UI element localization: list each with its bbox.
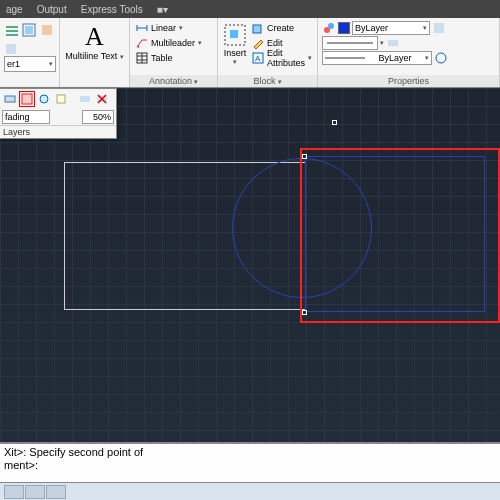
- create-icon: [252, 22, 264, 34]
- layer-states-icon[interactable]: [4, 20, 20, 40]
- svg-rect-30: [57, 95, 65, 103]
- svg-point-21: [328, 23, 334, 29]
- layer-tool5-icon[interactable]: [77, 91, 93, 107]
- command-line[interactable]: Xit>: Specify second point of ment>:: [0, 442, 500, 482]
- svg-rect-2: [6, 34, 18, 36]
- layers-flyout-panel: Layers: [0, 88, 117, 139]
- color-swatch: [338, 22, 350, 34]
- layer-delete-icon[interactable]: [94, 91, 110, 107]
- chevron-down-icon: ▾: [49, 60, 53, 68]
- edit-label: Edit: [267, 38, 283, 48]
- tab-active-icon[interactable]: ■▾: [157, 4, 168, 15]
- svg-rect-31: [80, 96, 90, 102]
- layer-filter-icon[interactable]: [4, 42, 18, 56]
- edit-icon: [252, 37, 264, 49]
- multiline-text-label[interactable]: Multiline Text ▾: [65, 52, 123, 61]
- drawing-canvas[interactable]: [0, 88, 500, 442]
- status-btn-2[interactable]: [25, 485, 45, 499]
- layer-fade-percent[interactable]: [82, 110, 114, 124]
- svg-rect-16: [230, 30, 238, 38]
- svg-rect-24: [388, 40, 398, 46]
- layer-properties-icon[interactable]: [21, 20, 37, 40]
- create-label: Create: [267, 23, 294, 33]
- multileader-label: Multileader: [151, 38, 195, 48]
- edit-attr-label: Edit Attributes: [267, 48, 305, 68]
- layer-misc-icon[interactable]: [39, 20, 55, 40]
- layer-tool3-icon[interactable]: [36, 91, 52, 107]
- table-button[interactable]: Table: [134, 50, 213, 65]
- svg-rect-5: [42, 25, 52, 35]
- svg-rect-1: [6, 30, 18, 32]
- svg-point-29: [40, 95, 48, 103]
- grip-handle[interactable]: [302, 154, 307, 159]
- selection-rectangle[interactable]: [300, 148, 500, 323]
- svg-rect-6: [6, 44, 16, 54]
- layer-combo[interactable]: er1 ▾: [4, 56, 56, 72]
- layer-tool4-icon[interactable]: [53, 91, 69, 107]
- props-aux3-icon[interactable]: [434, 51, 448, 65]
- layer-combo-value: er1: [7, 59, 20, 69]
- annotation-panel: Linear▾ Multileader▾ Table Annotation▾: [130, 18, 218, 87]
- create-button[interactable]: Create: [250, 20, 314, 35]
- linear-label: Linear: [151, 23, 176, 33]
- tab-express-tools[interactable]: Express Tools: [81, 4, 143, 15]
- title-tabs: age Output Express Tools ■▾: [0, 0, 500, 18]
- svg-text:A: A: [255, 54, 261, 63]
- insert-label: Insert: [224, 48, 247, 58]
- grip-handle[interactable]: [302, 310, 307, 315]
- text-A-icon[interactable]: A: [85, 22, 104, 52]
- edit-attributes-button[interactable]: A Edit Attributes▾: [250, 50, 314, 65]
- layer-fade-input[interactable]: [2, 110, 50, 124]
- status-bar: [0, 482, 500, 500]
- svg-rect-22: [434, 23, 444, 33]
- block-panel-title[interactable]: Block▾: [218, 75, 317, 87]
- svg-point-26: [436, 53, 446, 63]
- block-panel: Insert ▾ Create Edit A Edit Attributes▾ …: [218, 18, 318, 87]
- ribbon: er1 ▾ A Multiline Text ▾ Linear▾ Multile…: [0, 18, 500, 88]
- table-label: Table: [151, 53, 173, 63]
- tab-output[interactable]: Output: [37, 4, 67, 15]
- layer-tool1-icon[interactable]: [2, 91, 18, 107]
- svg-rect-17: [253, 25, 261, 33]
- multileader-icon: [136, 37, 148, 49]
- insert-icon: [222, 22, 248, 48]
- status-btn-1[interactable]: [4, 485, 24, 499]
- table-icon: [136, 52, 148, 64]
- properties-panel: ByLayer▾ ▾ ByLayer▾ Properties: [318, 18, 500, 87]
- lineweight-combo[interactable]: [322, 36, 378, 50]
- grip-handle[interactable]: [332, 120, 337, 125]
- status-btn-3[interactable]: [46, 485, 66, 499]
- svg-rect-0: [6, 26, 18, 28]
- color-combo[interactable]: ByLayer▾: [352, 21, 430, 35]
- linear-button[interactable]: Linear▾: [134, 20, 213, 35]
- properties-panel-title[interactable]: Properties: [318, 75, 499, 87]
- tab-manage[interactable]: age: [6, 4, 23, 15]
- multiline-text-panel: A Multiline Text ▾: [60, 18, 130, 87]
- multileader-button[interactable]: Multileader▾: [134, 35, 213, 50]
- annotation-panel-title[interactable]: Annotation▾: [130, 75, 217, 87]
- chevron-down-icon: ▾: [120, 53, 124, 60]
- linetype-combo[interactable]: ByLayer▾: [322, 51, 432, 65]
- props-aux1-icon[interactable]: [432, 21, 446, 35]
- props-aux2-icon[interactable]: [386, 36, 400, 50]
- chevron-down-icon: ▾: [233, 58, 237, 66]
- svg-rect-27: [5, 96, 15, 102]
- match-props-icon[interactable]: [322, 21, 336, 35]
- svg-rect-4: [25, 26, 33, 34]
- edit-attr-icon: A: [252, 52, 264, 64]
- layers-panel: er1 ▾: [0, 18, 60, 87]
- svg-rect-28: [22, 94, 32, 104]
- linear-icon: [136, 22, 148, 34]
- layers-flyout-title[interactable]: Layers: [0, 125, 116, 138]
- layer-tool2-icon[interactable]: [19, 91, 35, 107]
